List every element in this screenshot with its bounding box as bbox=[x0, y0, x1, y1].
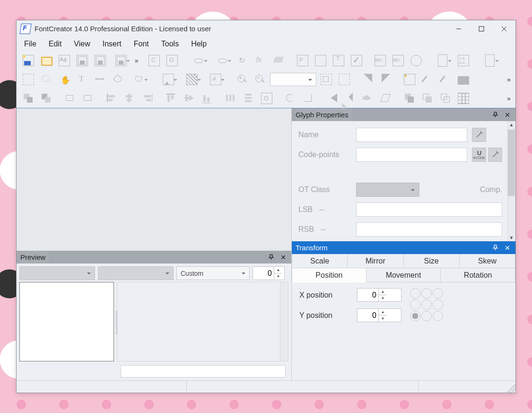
y-down-icon[interactable]: ▼ bbox=[379, 316, 387, 322]
flip-h-left-button[interactable] bbox=[324, 90, 340, 106]
refresh-button[interactable]: ↻ bbox=[235, 53, 251, 69]
anchor-grid[interactable] bbox=[410, 288, 508, 322]
align-center-h-button[interactable] bbox=[122, 90, 138, 106]
align-4-button[interactable] bbox=[80, 90, 96, 106]
toolbar1-overflow-icon[interactable]: » bbox=[135, 57, 140, 64]
image-sparkle-button[interactable]: ✦ bbox=[401, 71, 418, 88]
align-center-v-button[interactable] bbox=[181, 90, 197, 106]
insert-glyph-button[interactable]: G bbox=[164, 53, 180, 69]
glyph-pin-icon[interactable] bbox=[490, 110, 500, 120]
fill-button[interactable] bbox=[128, 71, 150, 88]
scroll-down-icon[interactable]: ▼ bbox=[509, 235, 514, 240]
glyph-codepoints-input[interactable] bbox=[356, 148, 467, 162]
image-button[interactable] bbox=[157, 71, 179, 88]
export-button[interactable] bbox=[479, 53, 501, 69]
corner-tl-button[interactable] bbox=[360, 71, 376, 88]
erase-button[interactable] bbox=[271, 53, 287, 69]
align-right-button[interactable] bbox=[140, 90, 156, 106]
hand-button[interactable]: ✋ bbox=[56, 71, 72, 88]
sort-button[interactable]: Z AA Z bbox=[455, 53, 471, 69]
align-3-button[interactable] bbox=[62, 90, 78, 106]
glyph-scrollbar[interactable]: ▲ ▼ bbox=[507, 121, 515, 241]
save-as-button[interactable] bbox=[110, 53, 132, 69]
distribute-h-button[interactable] bbox=[223, 90, 239, 106]
glyph-unicode-button[interactable]: UNCODE bbox=[472, 148, 486, 162]
anchor-4[interactable] bbox=[421, 299, 432, 310]
new-font-button[interactable] bbox=[20, 53, 36, 69]
pencil-button[interactable] bbox=[437, 71, 454, 88]
preview-size-up-icon[interactable]: ▲ bbox=[274, 267, 282, 273]
tab-rotation[interactable]: Rotation bbox=[441, 268, 515, 282]
transform-header[interactable]: Transform × bbox=[292, 241, 515, 254]
tab-movement[interactable]: Movement bbox=[366, 268, 441, 282]
anchor-5[interactable] bbox=[433, 299, 443, 310]
skew-button[interactable] bbox=[378, 90, 394, 106]
grid-button[interactable] bbox=[455, 90, 471, 106]
glyph-header[interactable]: Glyph Properties × bbox=[292, 108, 515, 121]
glyph-lsb-input[interactable] bbox=[356, 202, 502, 217]
edit-form-button[interactable] bbox=[313, 53, 329, 69]
measure-button[interactable] bbox=[92, 71, 108, 88]
auto-button[interactable]: A bbox=[205, 71, 227, 88]
preview-size-input[interactable] bbox=[253, 269, 274, 278]
rotate-cw-button[interactable] bbox=[300, 90, 316, 106]
tab-position[interactable]: Position bbox=[292, 268, 366, 282]
flip-v-button[interactable] bbox=[360, 90, 376, 106]
fit-sel-button[interactable] bbox=[336, 71, 352, 88]
preview-splitter[interactable] bbox=[115, 311, 118, 334]
preview-header[interactable]: Preview × bbox=[17, 251, 291, 264]
menu-edit[interactable]: Edit bbox=[43, 38, 68, 50]
toolbar2-overflow-icon[interactable]: » bbox=[507, 76, 512, 83]
tab-size[interactable]: Size bbox=[404, 254, 460, 268]
preview-text-area[interactable] bbox=[117, 282, 288, 361]
menu-tools[interactable]: Tools bbox=[156, 38, 184, 50]
transform-pin-icon[interactable] bbox=[490, 243, 500, 253]
hatch-button[interactable] bbox=[181, 71, 203, 88]
rotate-ccw-button[interactable] bbox=[282, 90, 298, 106]
anchor-2[interactable] bbox=[433, 288, 443, 299]
preview-mode-combo[interactable]: Custom bbox=[176, 266, 250, 280]
preview-font-combo[interactable] bbox=[19, 266, 95, 280]
menu-help[interactable]: Help bbox=[185, 38, 212, 50]
brush-button[interactable] bbox=[419, 71, 436, 88]
link-button[interactable] bbox=[188, 53, 209, 69]
unlink-button[interactable] bbox=[211, 53, 233, 69]
subtract-button[interactable] bbox=[419, 90, 436, 106]
fx-button[interactable] bbox=[253, 53, 269, 69]
align-1-button[interactable] bbox=[20, 90, 36, 106]
anchor-6[interactable] bbox=[410, 311, 420, 321]
zoom-in-button[interactable]: + bbox=[234, 71, 250, 88]
y-up-icon[interactable]: ▲ bbox=[379, 309, 387, 316]
pen-button[interactable] bbox=[110, 71, 126, 88]
canvas-area[interactable] bbox=[17, 108, 291, 251]
anchor-0[interactable] bbox=[410, 288, 420, 299]
x-position-input[interactable] bbox=[358, 290, 378, 300]
preview-size-spinner[interactable]: ▲ ▼ bbox=[253, 266, 285, 280]
align-2-button[interactable] bbox=[38, 90, 54, 106]
anchor-1[interactable] bbox=[421, 288, 432, 299]
tab-scale[interactable]: Scale bbox=[292, 254, 348, 268]
validate-button[interactable] bbox=[349, 53, 365, 69]
fit-button[interactable] bbox=[318, 71, 334, 88]
anchor-7[interactable] bbox=[421, 311, 432, 321]
anchor-8[interactable] bbox=[433, 311, 443, 321]
glyph-otclass-combo[interactable] bbox=[356, 183, 419, 197]
abc-search-button[interactable] bbox=[372, 53, 388, 69]
minimize-button[interactable] bbox=[447, 20, 470, 37]
close-button[interactable] bbox=[493, 20, 515, 37]
preview-style-combo[interactable] bbox=[98, 266, 174, 280]
text-button[interactable] bbox=[74, 71, 90, 88]
anchor-3[interactable] bbox=[410, 299, 420, 310]
abc-list-button[interactable] bbox=[390, 53, 406, 69]
open-button[interactable] bbox=[38, 53, 54, 69]
menu-font[interactable]: Font bbox=[128, 38, 155, 50]
flip-h-button[interactable] bbox=[342, 90, 358, 106]
x-up-icon[interactable]: ▲ bbox=[379, 289, 387, 295]
glyph-rsb-input[interactable] bbox=[356, 222, 502, 237]
toolbar3-overflow-icon[interactable]: » bbox=[507, 95, 512, 102]
y-position-input[interactable] bbox=[358, 311, 378, 320]
preview-size-down-icon[interactable]: ▼ bbox=[274, 273, 282, 280]
tab-mirror[interactable]: Mirror bbox=[348, 254, 403, 268]
align-top-button[interactable] bbox=[163, 90, 179, 106]
tab-skew[interactable]: Skew bbox=[460, 254, 515, 268]
